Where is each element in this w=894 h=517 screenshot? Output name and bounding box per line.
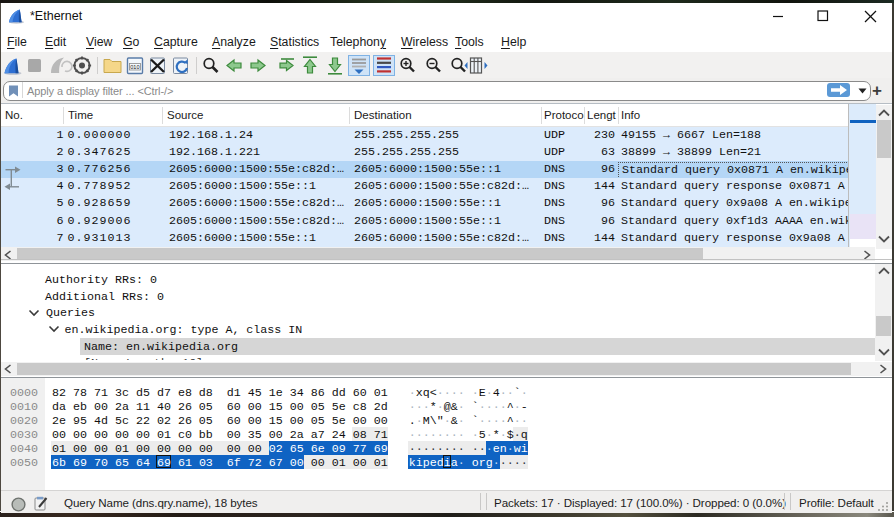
svg-text:010: 010 <box>130 64 139 70</box>
